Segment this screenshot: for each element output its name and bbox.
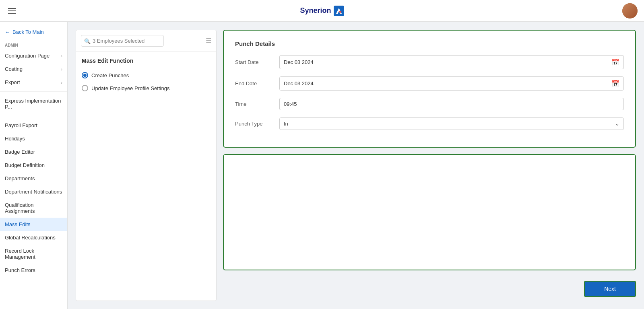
punch-type-value: In — [284, 121, 612, 127]
end-date-row: End Date Dec 03 2024 📅 — [235, 76, 624, 91]
filter-icon[interactable]: ☰ — [206, 37, 211, 45]
update-employee-radio[interactable] — [82, 85, 88, 91]
end-date-input[interactable]: Dec 03 2024 📅 — [279, 76, 624, 91]
chevron-right-icon: › — [61, 67, 62, 72]
time-input[interactable] — [279, 98, 624, 110]
sidebar-item-budget-definition[interactable]: Budget Definition — [0, 159, 67, 172]
time-row: Time — [235, 98, 624, 110]
logo-icon — [334, 6, 344, 16]
start-date-label: Start Date — [235, 59, 279, 65]
employee-search-input[interactable] — [81, 35, 164, 47]
back-to-main-link[interactable]: ← Back To Main — [0, 25, 67, 39]
start-date-row: Start Date Dec 03 2024 📅 — [235, 55, 624, 69]
calendar-icon: 📅 — [611, 58, 619, 66]
chevron-right-icon: › — [61, 80, 62, 85]
time-label: Time — [235, 101, 279, 107]
right-panel: Punch Details Start Date Dec 03 2024 📅 E… — [223, 30, 636, 301]
user-avatar[interactable] — [622, 3, 638, 19]
sidebar-item-global-recalculations[interactable]: Global Recalculations — [0, 231, 67, 244]
punch-type-row: Punch Type In ⌄ — [235, 117, 624, 130]
back-to-main-label: Back To Main — [12, 29, 44, 35]
hamburger-menu[interactable] — [8, 8, 16, 14]
punch-type-select[interactable]: In ⌄ — [279, 117, 624, 130]
punch-type-input-wrap: In ⌄ — [279, 117, 624, 130]
main-content: 🔍 ☰ Mass Edit Function Create Punches Up… — [68, 22, 644, 309]
mass-edit-title: Mass Edit Function — [82, 58, 211, 64]
punch-details-card: Punch Details Start Date Dec 03 2024 📅 E… — [223, 30, 636, 148]
chevron-down-icon: ⌄ — [615, 121, 619, 127]
punch-details-title: Punch Details — [235, 40, 624, 47]
search-input-wrap: 🔍 — [81, 35, 202, 47]
sidebar-item-express-implementation[interactable]: Express Implementation P... — [0, 94, 67, 113]
create-punches-radio[interactable] — [82, 72, 88, 78]
sidebar-item-badge-editor[interactable]: Badge Editor — [0, 145, 67, 159]
sidebar-item-holidays[interactable]: Holidays — [0, 132, 67, 145]
sidebar-item-export[interactable]: Export › — [0, 76, 67, 89]
sidebar-item-mass-edits[interactable]: Mass Edits — [0, 218, 67, 231]
back-arrow-icon: ← — [5, 29, 10, 35]
punch-type-label: Punch Type — [235, 121, 279, 127]
app-logo: Synerion — [300, 6, 344, 16]
sidebar-item-punch-errors[interactable]: Punch Errors — [0, 264, 67, 277]
calendar-icon: 📅 — [611, 80, 619, 87]
top-nav: Synerion — [0, 0, 644, 22]
sidebar-item-departments[interactable]: Departments — [0, 172, 67, 185]
sidebar-divider — [0, 91, 67, 92]
left-panel: 🔍 ☰ Mass Edit Function Create Punches Up… — [76, 30, 217, 301]
next-button[interactable]: Next — [584, 281, 636, 297]
bottom-area — [223, 154, 636, 270]
end-date-value: Dec 03 2024 — [284, 80, 608, 87]
sidebar: ← Back To Main ADMIN Configuration Page … — [0, 22, 68, 309]
search-bar: 🔍 ☰ — [76, 30, 216, 52]
sidebar-item-configuration-page[interactable]: Configuration Page › — [0, 49, 67, 62]
sidebar-item-qualification-assignments[interactable]: Qualification Assignments — [0, 198, 67, 218]
create-punches-option[interactable]: Create Punches — [82, 69, 211, 82]
sidebar-section-admin: ADMIN — [0, 39, 67, 49]
mass-edit-section: Mass Edit Function Create Punches Update… — [76, 52, 216, 100]
end-date-label: End Date — [235, 80, 279, 87]
logo-text: Synerion — [300, 6, 331, 15]
start-date-value: Dec 03 2024 — [284, 59, 608, 65]
end-date-input-wrap: Dec 03 2024 📅 — [279, 76, 624, 91]
sidebar-item-payroll-export[interactable]: Payroll Export — [0, 119, 67, 132]
create-punches-label: Create Punches — [91, 72, 129, 78]
chevron-right-icon: › — [61, 54, 62, 58]
start-date-input-wrap: Dec 03 2024 📅 — [279, 55, 624, 69]
search-icon: 🔍 — [84, 38, 91, 44]
sidebar-item-record-lock-management[interactable]: Record Lock Management — [0, 244, 67, 264]
next-button-wrap: Next — [223, 277, 636, 301]
update-employee-profile-option[interactable]: Update Employee Profile Settings — [82, 82, 211, 95]
time-input-wrap — [279, 98, 624, 110]
start-date-input[interactable]: Dec 03 2024 📅 — [279, 55, 624, 69]
sidebar-item-costing[interactable]: Costing › — [0, 62, 67, 76]
update-employee-label: Update Employee Profile Settings — [91, 85, 169, 91]
sidebar-divider — [0, 116, 67, 116]
sidebar-item-department-notifications[interactable]: Department Notifications — [0, 185, 67, 198]
